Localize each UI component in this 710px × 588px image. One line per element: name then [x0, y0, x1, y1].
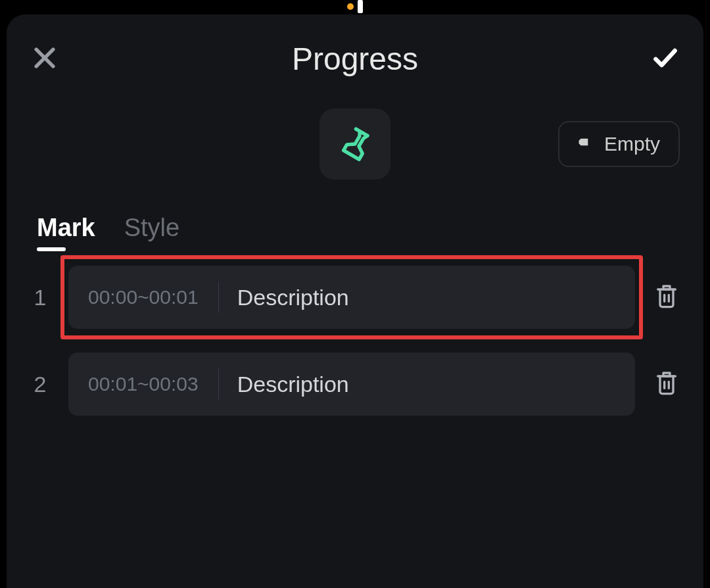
tabs: Mark Style: [30, 214, 680, 247]
dot-indicator: [347, 3, 354, 10]
panel-title: Progress: [292, 41, 418, 77]
mark-rows: 1 00:00~00:01 Description 2: [30, 266, 680, 416]
status-indicator: [347, 0, 363, 13]
time-range[interactable]: 00:01~00:03: [88, 368, 219, 400]
confirm-button[interactable]: [651, 43, 680, 75]
empty-button[interactable]: Empty: [558, 121, 680, 167]
delete-button[interactable]: [653, 282, 680, 312]
panel-header: Progress: [30, 41, 680, 77]
close-button[interactable]: [30, 43, 59, 75]
tool-row: Empty: [30, 109, 680, 180]
description-input[interactable]: Description: [219, 285, 635, 310]
mark-row: 2 00:01~00:03 Description: [30, 353, 680, 416]
empty-button-label: Empty: [604, 133, 660, 155]
mark-card[interactable]: 00:00~00:01 Description: [68, 266, 635, 329]
bar-indicator: [358, 0, 363, 13]
tab-style[interactable]: Style: [124, 214, 179, 247]
row-index: 2: [30, 372, 50, 397]
description-input[interactable]: Description: [219, 372, 635, 397]
mark-card[interactable]: 00:01~00:03 Description: [68, 353, 635, 416]
eraser-icon: [578, 133, 595, 155]
progress-panel: Progress Empty Mark Style 1: [7, 14, 703, 588]
pin-button[interactable]: [320, 109, 390, 180]
row-index: 1: [30, 285, 50, 310]
mark-row: 1 00:00~00:01 Description: [30, 266, 680, 329]
tab-mark[interactable]: Mark: [37, 214, 95, 247]
delete-button[interactable]: [653, 369, 680, 399]
time-range[interactable]: 00:00~00:01: [88, 282, 219, 313]
